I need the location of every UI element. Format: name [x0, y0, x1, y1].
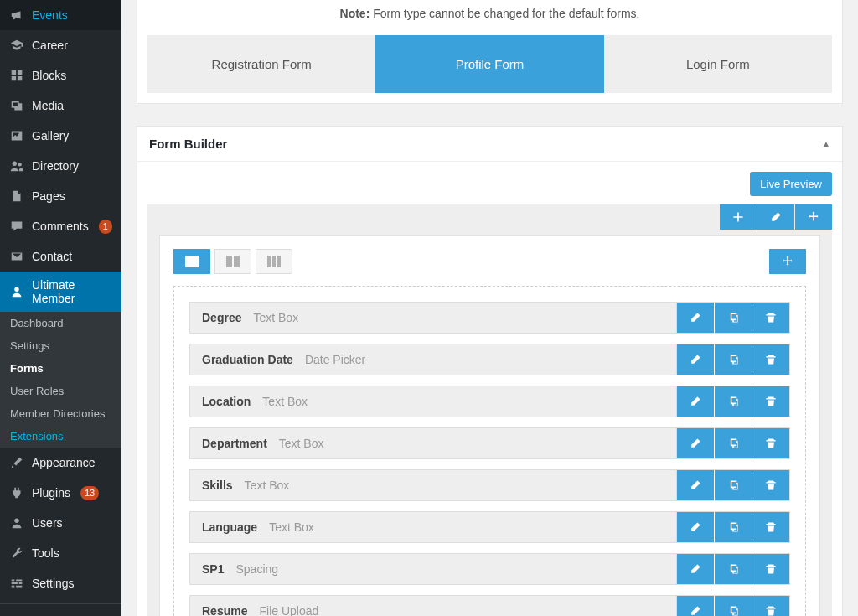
duplicate-field-button[interactable]	[715, 428, 752, 458]
tab-login-form[interactable]: Login Form	[604, 35, 832, 93]
field-label[interactable]: SkillsText Box	[190, 470, 677, 500]
sidebar-item-settings[interactable]: Settings	[0, 568, 121, 598]
duplicate-field-button[interactable]	[715, 303, 752, 333]
field-name: Resume	[202, 604, 247, 616]
field-type: Date Picker	[305, 353, 365, 366]
stage-toolbar	[720, 204, 832, 230]
form-type-tabs: Registration FormProfile FormLogin Form	[147, 35, 832, 93]
delete-field-button[interactable]	[752, 344, 789, 375]
field-actions	[677, 303, 789, 333]
field-type: Text Box	[269, 520, 314, 534]
sidebar-label: Tools	[32, 546, 59, 560]
layout-1col-button[interactable]	[173, 249, 210, 274]
sidebar-item-gallery[interactable]: Gallery	[0, 121, 121, 151]
sidebar-label: Comments	[32, 220, 89, 233]
field-type: Text Box	[279, 437, 324, 450]
sidebar-label: Career	[32, 39, 68, 52]
submenu-extensions[interactable]: Extensions	[0, 425, 121, 448]
move-row-button[interactable]	[795, 204, 832, 230]
sidebar-item-pages[interactable]: Pages	[0, 181, 121, 211]
field-row: LanguageText Box	[189, 511, 790, 543]
edit-row-button[interactable]	[757, 204, 794, 230]
live-preview-button[interactable]: Live Preview	[750, 172, 832, 196]
sidebar-item-events[interactable]: Events	[0, 0, 121, 30]
sidebar-item-users[interactable]: Users	[0, 508, 121, 538]
sidebar-item-appearance[interactable]: Appearance	[0, 448, 121, 478]
gradcap-icon	[8, 37, 25, 54]
field-label[interactable]: LocationText Box	[190, 386, 677, 417]
field-type: Text Box	[253, 311, 298, 324]
duplicate-field-button[interactable]	[715, 344, 752, 375]
edit-field-button[interactable]	[677, 386, 714, 417]
duplicate-field-button[interactable]	[715, 596, 752, 616]
duplicate-field-button[interactable]	[715, 386, 752, 417]
add-row-button[interactable]	[720, 204, 757, 230]
delete-field-button[interactable]	[752, 428, 789, 458]
delete-field-button[interactable]	[752, 596, 789, 616]
sidebar-item-tools[interactable]: Tools	[0, 538, 121, 568]
delete-field-button[interactable]	[752, 554, 789, 584]
submenu-member-directories[interactable]: Member Directories	[0, 402, 121, 425]
edit-field-button[interactable]	[677, 512, 714, 542]
user-icon	[8, 515, 25, 531]
sidebar-label: Ultimate Member	[32, 278, 113, 305]
delete-field-button[interactable]	[752, 303, 789, 333]
duplicate-field-button[interactable]	[715, 512, 752, 542]
note-text: Note: Form type cannot be changed for th…	[147, 0, 832, 35]
field-label[interactable]: ResumeFile Upload	[190, 596, 677, 616]
field-name: Location	[202, 395, 251, 408]
submenu-dashboard[interactable]: Dashboard	[0, 312, 121, 334]
sidebar-item-career[interactable]: Career	[0, 30, 121, 60]
builder-stage: DegreeText BoxGraduation DateDate Picker…	[147, 204, 832, 616]
edit-field-button[interactable]	[677, 428, 714, 458]
sidebar-item-comments[interactable]: Comments1	[0, 211, 121, 241]
sidebar-item-contact[interactable]: Contact	[0, 241, 121, 272]
field-name: SP1	[202, 562, 224, 576]
field-actions	[677, 386, 789, 417]
layout-3col-button[interactable]	[256, 249, 292, 274]
edit-field-button[interactable]	[677, 303, 714, 333]
field-label[interactable]: DepartmentText Box	[190, 428, 677, 458]
field-row: SP1Spacing	[189, 553, 790, 585]
panel-title: Form Builder	[149, 137, 227, 151]
sidebar-item-plugins[interactable]: Plugins13	[0, 478, 121, 508]
delete-field-button[interactable]	[752, 512, 789, 542]
field-label[interactable]: LanguageText Box	[190, 512, 677, 542]
fields-container: DegreeText BoxGraduation DateDate Picker…	[173, 286, 806, 616]
delete-field-button[interactable]	[752, 386, 789, 417]
sidebar-label: Pages	[32, 189, 65, 203]
sidebar-item-blocks[interactable]: Blocks	[0, 60, 121, 91]
duplicate-field-button[interactable]	[715, 470, 752, 500]
field-label[interactable]: Graduation DateDate Picker	[190, 344, 677, 375]
admin-sidebar: EventsCareerBlocksMediaGalleryDirectoryP…	[0, 0, 121, 616]
edit-field-button[interactable]	[677, 344, 714, 375]
field-label[interactable]: DegreeText Box	[190, 303, 677, 333]
row-move-handle[interactable]	[769, 249, 806, 274]
page-icon	[8, 188, 25, 204]
plug-icon	[8, 484, 25, 501]
tab-profile-form[interactable]: Profile Form	[375, 35, 603, 93]
edit-field-button[interactable]	[677, 554, 714, 584]
field-label[interactable]: SP1Spacing	[190, 554, 677, 584]
tab-registration-form[interactable]: Registration Form	[147, 35, 375, 93]
field-actions	[677, 596, 789, 616]
field-actions	[677, 428, 789, 458]
delete-field-button[interactable]	[752, 470, 789, 500]
wrench-icon	[8, 545, 25, 562]
field-type: Spacing	[235, 562, 278, 576]
submenu-forms[interactable]: Forms	[0, 357, 121, 380]
duplicate-field-button[interactable]	[715, 554, 752, 584]
sidebar-item-media[interactable]: Media	[0, 91, 121, 121]
sidebar-item-directory[interactable]: Directory	[0, 151, 121, 181]
edit-field-button[interactable]	[677, 470, 714, 500]
collapse-toggle[interactable]: ▲	[822, 139, 830, 148]
row-layout-picker	[173, 249, 806, 274]
submenu-settings[interactable]: Settings	[0, 334, 121, 357]
edit-field-button[interactable]	[677, 596, 714, 616]
layout-2col-button[interactable]	[214, 249, 251, 274]
sidebar-label: Appearance	[32, 456, 96, 469]
submenu-user-roles[interactable]: User Roles	[0, 380, 121, 402]
sidebar-item-ultimate-member[interactable]: Ultimate Member	[0, 272, 121, 312]
sidebar-label: Media	[32, 99, 64, 112]
field-row: DepartmentText Box	[189, 427, 790, 459]
